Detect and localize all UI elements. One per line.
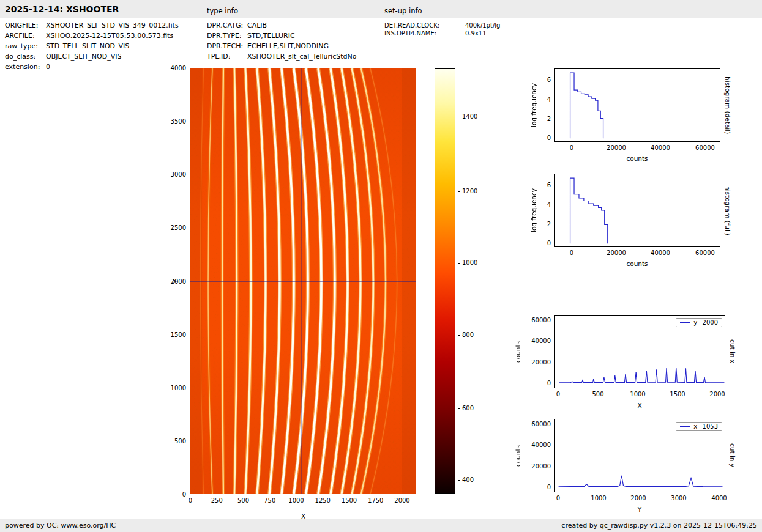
legend-label: y=2000 (693, 319, 718, 326)
axis-tick-label: 1250 (310, 497, 335, 504)
axis-tick-label: 20000 (524, 359, 551, 366)
cut-in-x-legend: y=2000 (676, 318, 722, 327)
qc-rawdisp-page: 2025-12-14: XSHOOTER type info set-up in… (0, 0, 762, 532)
file-info-block: ORIGFILE:XSHOOTER_SLT_STD_VIS_349_0012.f… (5, 21, 179, 72)
axis-tick-label: 0 (546, 495, 570, 501)
axis-tick-label: 500 (159, 437, 186, 446)
colorbar-tick-label: 1200 (458, 188, 477, 194)
type-info-label: TPL.ID: (207, 53, 247, 61)
colorbar-tick-label: 800 (458, 331, 474, 338)
axis-tick-label: 60000 (693, 144, 717, 151)
type-info-heading: type info (207, 7, 238, 15)
file-info-value: OBJECT_SLIT_NOD_VIS (46, 53, 179, 61)
histogram-detail-y-label: log frequency (530, 68, 537, 142)
axis-tick-label: 1000 (159, 383, 186, 393)
axis-tick-label: 3000 (667, 495, 691, 501)
histogram-full-plot (554, 174, 720, 247)
axis-tick-label: 60000 (524, 421, 551, 427)
type-info-label: DPR.TYPE: (207, 32, 247, 40)
cut-in-x-side-label: cut in x (729, 315, 736, 388)
legend-label: x=1053 (693, 423, 718, 430)
cut-in-y-y-label: counts (514, 419, 521, 492)
axis-tick-label: 0 (541, 240, 551, 246)
axis-tick-label: 3000 (159, 170, 186, 179)
axis-tick-label: 1500 (665, 391, 690, 397)
histogram-detail-x-label: counts (554, 155, 720, 162)
axis-tick-label: 1000 (284, 497, 308, 504)
file-info-label: raw_type: (5, 42, 46, 51)
type-info-block: DPR.CATG:CALIB DPR.TYPE:STD,TELLURIC DPR… (207, 21, 356, 61)
axis-tick-label: 1750 (364, 497, 388, 504)
footer-powered-by: powered by QC: www.eso.org/HC (5, 522, 116, 530)
axis-tick-label: 1000 (586, 495, 611, 501)
axis-tick-label: 2000 (626, 495, 651, 501)
axis-tick-label: 0 (559, 249, 584, 256)
axis-tick-label: 60000 (693, 249, 717, 256)
setup-info-label: INS.OPTI4.NAME: (384, 30, 465, 37)
axis-tick-label: 1500 (337, 497, 362, 504)
file-info-label: extension: (5, 63, 46, 72)
footer-created-by: created by qc_rawdisp.py v1.2.3 on 2025-… (561, 522, 757, 530)
type-info-value: XSHOOTER_slt_cal_TelluricStdNo (247, 53, 356, 61)
axis-tick-label: 500 (586, 391, 610, 397)
histogram-full-x-label: counts (554, 260, 720, 267)
colorbar (435, 68, 455, 494)
colorbar-tick-label: 400 (458, 476, 474, 483)
setup-info-block: DET.READ.CLOCK:400k/1pt/lg INS.OPTI4.NAM… (384, 22, 500, 37)
axis-tick-label: 2 (541, 221, 551, 227)
axis-tick-label: 750 (258, 497, 282, 504)
axis-tick-label: 500 (231, 497, 256, 504)
axis-tick-label: 20000 (524, 463, 551, 470)
axis-tick-label: 40000 (524, 441, 551, 448)
axis-tick-label: 0 (524, 380, 551, 386)
cut-in-x-y-label: counts (514, 315, 521, 388)
axis-tick-label: 2000 (705, 391, 730, 397)
colorbar-tick-label: 1400 (458, 113, 477, 120)
histogram-detail-curve (555, 69, 720, 141)
main-plot-x-axis-ticks: 0 250 500 750 1000 1250 1500 1750 2000 (178, 497, 414, 504)
footer-qc-link[interactable]: www.eso.org/HC (61, 522, 116, 530)
axis-tick-label: 4000 (707, 495, 731, 501)
file-info-label: do_class: (5, 53, 46, 61)
legend-line-swatch (680, 322, 690, 323)
file-info-label: ORIGFILE: (5, 21, 46, 30)
cut-in-y-plot: x=1053 (554, 419, 725, 492)
header-bar: 2025-12-14: XSHOOTER type info set-up in… (0, 0, 762, 18)
axis-tick-label: 0 (178, 497, 203, 504)
setup-info-heading: set-up info (384, 7, 422, 15)
axis-tick-label: 0 (541, 135, 551, 141)
type-info-value: CALIB (247, 21, 356, 30)
axis-tick-label: 0 (546, 391, 570, 397)
cut-in-x-x-label: X (554, 402, 725, 409)
file-info-value: XSHOO.2025-12-15T05:53:00.573.fits (46, 32, 179, 40)
axis-tick-label: 20000 (604, 249, 629, 256)
histogram-detail-plot (554, 68, 720, 142)
file-info-value: STD_TELL_SLIT_NOD_VIS (46, 42, 179, 51)
axis-tick-label: 40000 (648, 144, 673, 151)
type-info-label: DPR.TECH: (207, 42, 247, 51)
axis-tick-label: 1500 (159, 330, 186, 339)
axis-tick-label: 60000 (524, 317, 551, 323)
axis-tick-label: 250 (204, 497, 229, 504)
colorbar-tick-label: 1000 (458, 259, 477, 266)
axis-tick-label: 4 (541, 96, 551, 103)
histogram-full-curve (555, 174, 720, 246)
histogram-full-side-label: histogram (full) (724, 174, 731, 247)
setup-info-value: 400k/1pt/lg (465, 22, 500, 29)
setup-info-label: DET.READ.CLOCK: (384, 22, 465, 29)
footer-bar: powered by QC: www.eso.org/HC created by… (0, 519, 762, 532)
axis-tick-label: 20000 (604, 144, 629, 151)
footer-powered-prefix: powered by QC: (5, 522, 61, 530)
histogram-full-y-label: log frequency (530, 174, 537, 247)
legend-line-swatch (680, 426, 690, 427)
echelle-image-svg (190, 68, 416, 494)
histogram-detail-side-label: histogram (detail) (724, 68, 731, 142)
cut-in-y-legend: x=1053 (676, 422, 722, 431)
axis-tick-label: 40000 (524, 338, 551, 344)
type-info-value: STD,TELLURIC (247, 32, 356, 40)
axis-tick-label: 2 (541, 116, 551, 122)
cut-in-x-plot: y=2000 (554, 315, 725, 388)
page-title: 2025-12-14: XSHOOTER (5, 4, 119, 14)
setup-info-value: 0.9x11 (465, 30, 500, 37)
echelle-raw-image (190, 68, 416, 494)
